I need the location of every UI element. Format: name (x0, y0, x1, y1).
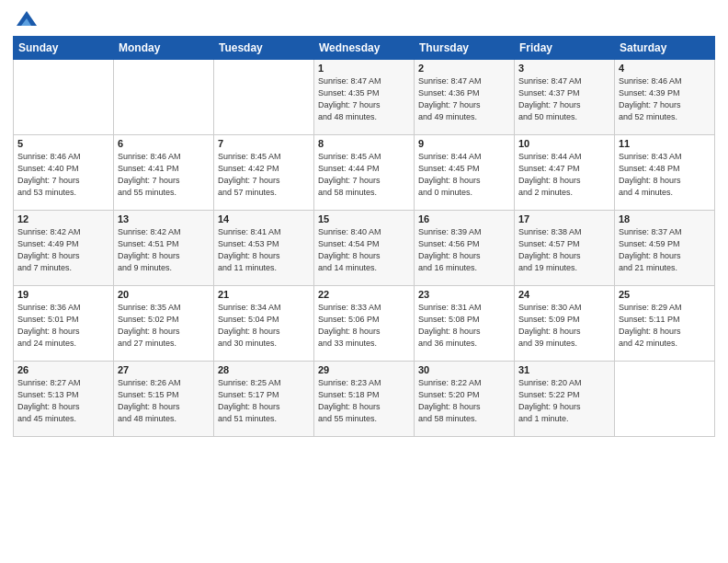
weekday-header-wednesday: Wednesday (314, 36, 415, 59)
weekday-header-monday: Monday (114, 36, 214, 59)
calendar-cell: 12Sunrise: 8:42 AM Sunset: 4:49 PM Dayli… (14, 210, 114, 285)
day-number: 29 (318, 364, 410, 375)
calendar-cell: 31Sunrise: 8:20 AM Sunset: 5:22 PM Dayli… (515, 361, 615, 436)
calendar-week-row: 1Sunrise: 8:47 AM Sunset: 4:35 PM Daylig… (14, 59, 715, 134)
weekday-header-saturday: Saturday (615, 36, 715, 59)
day-info: Sunrise: 8:37 AM Sunset: 4:59 PM Dayligh… (619, 226, 711, 274)
day-number: 16 (418, 213, 510, 224)
calendar-page: SundayMondayTuesdayWednesdayThursdayFrid… (0, 0, 728, 563)
day-number: 26 (17, 364, 109, 375)
logo-icon (15, 9, 39, 28)
day-number: 21 (218, 289, 310, 300)
weekday-header-tuesday: Tuesday (214, 36, 314, 59)
day-info: Sunrise: 8:46 AM Sunset: 4:39 PM Dayligh… (619, 75, 711, 123)
day-info: Sunrise: 8:25 AM Sunset: 5:17 PM Dayligh… (218, 377, 310, 425)
calendar-cell: 11Sunrise: 8:43 AM Sunset: 4:48 PM Dayli… (615, 134, 715, 210)
day-number: 11 (619, 138, 711, 149)
calendar-cell: 19Sunrise: 8:36 AM Sunset: 5:01 PM Dayli… (14, 285, 114, 361)
day-number: 12 (17, 213, 109, 224)
day-number: 1 (318, 63, 410, 74)
day-info: Sunrise: 8:45 AM Sunset: 4:42 PM Dayligh… (218, 151, 310, 199)
logo (13, 9, 39, 30)
day-info: Sunrise: 8:30 AM Sunset: 5:09 PM Dayligh… (518, 302, 610, 350)
day-number: 31 (518, 364, 610, 375)
calendar-cell: 28Sunrise: 8:25 AM Sunset: 5:17 PM Dayli… (214, 361, 314, 436)
calendar-cell: 18Sunrise: 8:37 AM Sunset: 4:59 PM Dayli… (615, 210, 715, 285)
day-number: 28 (218, 364, 310, 375)
day-info: Sunrise: 8:42 AM Sunset: 4:49 PM Dayligh… (17, 226, 109, 274)
calendar-cell: 25Sunrise: 8:29 AM Sunset: 5:11 PM Dayli… (615, 285, 715, 361)
calendar-cell (14, 59, 114, 134)
calendar-cell: 27Sunrise: 8:26 AM Sunset: 5:15 PM Dayli… (114, 361, 214, 436)
calendar-week-row: 12Sunrise: 8:42 AM Sunset: 4:49 PM Dayli… (14, 210, 715, 285)
calendar-cell: 10Sunrise: 8:44 AM Sunset: 4:47 PM Dayli… (515, 134, 615, 210)
calendar-cell: 29Sunrise: 8:23 AM Sunset: 5:18 PM Dayli… (314, 361, 415, 436)
calendar-week-row: 26Sunrise: 8:27 AM Sunset: 5:13 PM Dayli… (14, 361, 715, 436)
calendar-week-row: 5Sunrise: 8:46 AM Sunset: 4:40 PM Daylig… (14, 134, 715, 210)
weekday-header-thursday: Thursday (415, 36, 515, 59)
calendar-cell: 3Sunrise: 8:47 AM Sunset: 4:37 PM Daylig… (515, 59, 615, 134)
day-info: Sunrise: 8:44 AM Sunset: 4:45 PM Dayligh… (418, 151, 510, 199)
day-number: 13 (118, 213, 210, 224)
day-number: 20 (118, 289, 210, 300)
day-number: 25 (619, 289, 711, 300)
day-number: 9 (418, 138, 510, 149)
calendar-cell: 15Sunrise: 8:40 AM Sunset: 4:54 PM Dayli… (314, 210, 415, 285)
day-info: Sunrise: 8:42 AM Sunset: 4:51 PM Dayligh… (118, 226, 210, 274)
day-info: Sunrise: 8:29 AM Sunset: 5:11 PM Dayligh… (619, 302, 711, 350)
day-info: Sunrise: 8:34 AM Sunset: 5:04 PM Dayligh… (218, 302, 310, 350)
day-info: Sunrise: 8:47 AM Sunset: 4:36 PM Dayligh… (418, 75, 510, 123)
day-info: Sunrise: 8:23 AM Sunset: 5:18 PM Dayligh… (318, 377, 410, 425)
day-info: Sunrise: 8:44 AM Sunset: 4:47 PM Dayligh… (518, 151, 610, 199)
calendar-table: SundayMondayTuesdayWednesdayThursdayFrid… (13, 36, 715, 437)
day-info: Sunrise: 8:35 AM Sunset: 5:02 PM Dayligh… (118, 302, 210, 350)
weekday-header-sunday: Sunday (14, 36, 114, 59)
calendar-cell: 24Sunrise: 8:30 AM Sunset: 5:09 PM Dayli… (515, 285, 615, 361)
day-number: 3 (518, 63, 610, 74)
calendar-week-row: 19Sunrise: 8:36 AM Sunset: 5:01 PM Dayli… (14, 285, 715, 361)
calendar-cell: 21Sunrise: 8:34 AM Sunset: 5:04 PM Dayli… (214, 285, 314, 361)
day-info: Sunrise: 8:31 AM Sunset: 5:08 PM Dayligh… (418, 302, 510, 350)
calendar-cell: 9Sunrise: 8:44 AM Sunset: 4:45 PM Daylig… (415, 134, 515, 210)
calendar-cell: 26Sunrise: 8:27 AM Sunset: 5:13 PM Dayli… (14, 361, 114, 436)
day-info: Sunrise: 8:36 AM Sunset: 5:01 PM Dayligh… (17, 302, 109, 350)
day-info: Sunrise: 8:46 AM Sunset: 4:40 PM Dayligh… (17, 151, 109, 199)
day-number: 27 (118, 364, 210, 375)
day-number: 2 (418, 63, 510, 74)
calendar-cell: 4Sunrise: 8:46 AM Sunset: 4:39 PM Daylig… (615, 59, 715, 134)
day-number: 4 (619, 63, 711, 74)
day-info: Sunrise: 8:45 AM Sunset: 4:44 PM Dayligh… (318, 151, 410, 199)
day-info: Sunrise: 8:46 AM Sunset: 4:41 PM Dayligh… (118, 151, 210, 199)
day-info: Sunrise: 8:43 AM Sunset: 4:48 PM Dayligh… (619, 151, 711, 199)
calendar-cell: 2Sunrise: 8:47 AM Sunset: 4:36 PM Daylig… (415, 59, 515, 134)
calendar-cell: 8Sunrise: 8:45 AM Sunset: 4:44 PM Daylig… (314, 134, 415, 210)
day-number: 17 (518, 213, 610, 224)
calendar-cell: 23Sunrise: 8:31 AM Sunset: 5:08 PM Dayli… (415, 285, 515, 361)
day-info: Sunrise: 8:33 AM Sunset: 5:06 PM Dayligh… (318, 302, 410, 350)
calendar-cell: 5Sunrise: 8:46 AM Sunset: 4:40 PM Daylig… (14, 134, 114, 210)
day-number: 24 (518, 289, 610, 300)
calendar-cell: 16Sunrise: 8:39 AM Sunset: 4:56 PM Dayli… (415, 210, 515, 285)
day-info: Sunrise: 8:40 AM Sunset: 4:54 PM Dayligh… (318, 226, 410, 274)
day-number: 8 (318, 138, 410, 149)
day-number: 6 (118, 138, 210, 149)
calendar-cell: 1Sunrise: 8:47 AM Sunset: 4:35 PM Daylig… (314, 59, 415, 134)
day-number: 19 (17, 289, 109, 300)
day-number: 30 (418, 364, 510, 375)
day-number: 10 (518, 138, 610, 149)
day-info: Sunrise: 8:26 AM Sunset: 5:15 PM Dayligh… (118, 377, 210, 425)
weekday-header-row: SundayMondayTuesdayWednesdayThursdayFrid… (14, 36, 715, 59)
day-number: 15 (318, 213, 410, 224)
calendar-cell: 30Sunrise: 8:22 AM Sunset: 5:20 PM Dayli… (415, 361, 515, 436)
day-info: Sunrise: 8:41 AM Sunset: 4:53 PM Dayligh… (218, 226, 310, 274)
calendar-cell (615, 361, 715, 436)
calendar-cell: 17Sunrise: 8:38 AM Sunset: 4:57 PM Dayli… (515, 210, 615, 285)
calendar-cell (114, 59, 214, 134)
calendar-cell: 22Sunrise: 8:33 AM Sunset: 5:06 PM Dayli… (314, 285, 415, 361)
day-number: 14 (218, 213, 310, 224)
day-info: Sunrise: 8:20 AM Sunset: 5:22 PM Dayligh… (518, 377, 610, 425)
day-info: Sunrise: 8:47 AM Sunset: 4:37 PM Dayligh… (518, 75, 610, 123)
day-info: Sunrise: 8:27 AM Sunset: 5:13 PM Dayligh… (17, 377, 109, 425)
calendar-cell: 14Sunrise: 8:41 AM Sunset: 4:53 PM Dayli… (214, 210, 314, 285)
day-number: 22 (318, 289, 410, 300)
